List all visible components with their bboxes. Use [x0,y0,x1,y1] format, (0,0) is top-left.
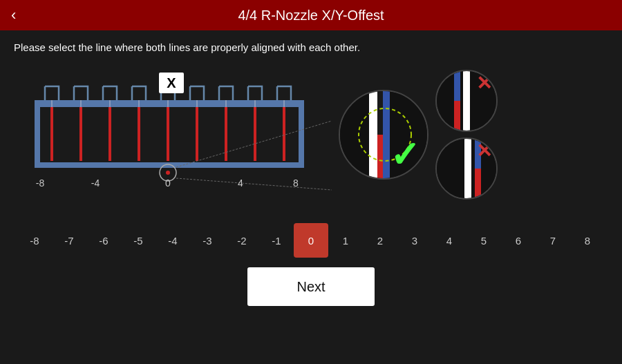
svg-rect-36 [383,90,390,180]
selector-cell--5[interactable]: -5 [121,223,156,258]
selector-cell-0[interactable]: 0 [294,223,328,258]
selector-cell-6[interactable]: 6 [501,223,536,258]
content-area: X -8 -4 0 4 8 [0,59,622,211]
next-btn-container: Next [0,267,622,306]
svg-rect-0 [35,100,304,107]
svg-rect-3 [299,100,304,168]
svg-rect-2 [35,100,40,168]
svg-text:0: 0 [165,178,171,189]
selector-cell-8[interactable]: 8 [570,223,605,258]
selector-cell--2[interactable]: -2 [225,223,259,258]
svg-text:-4: -4 [91,178,100,189]
correct-circle: ✓ [339,90,428,180]
svg-rect-42 [454,101,460,132]
header-title: 4/4 R-Nozzle X/Y-Offest [238,8,384,23]
header: ‹ 4/4 R-Nozzle X/Y-Offest [0,0,622,30]
calibration-diagram: X -8 -4 0 4 8 [14,66,332,204]
selector-cell--3[interactable]: -3 [190,223,225,258]
wrong-circle-1: ✕ [435,70,498,132]
selector-cell--1[interactable]: -1 [259,223,294,258]
svg-rect-1 [35,162,304,168]
selector-cell--8[interactable]: -8 [17,223,52,258]
selector-cell-2[interactable]: 2 [363,223,397,258]
circles-area: ✓ ✕ [339,70,498,200]
svg-rect-37 [377,135,383,180]
svg-text:X: X [167,75,176,90]
svg-rect-40 [463,70,470,132]
cross-icon-1: ✕ [476,73,492,94]
selector-cell-4[interactable]: 4 [432,223,466,258]
checkmark-icon: ✓ [390,135,420,175]
svg-point-25 [166,171,170,175]
back-button[interactable]: ‹ [11,6,16,24]
wrong-circle-2: ✕ [435,137,498,200]
svg-text:8: 8 [293,178,299,189]
selector-cell-3[interactable]: 3 [397,223,432,258]
selector-row: -8-7-6-5-4-3-2-1012345678 [0,223,622,258]
selector-cell-7[interactable]: 7 [536,223,570,258]
svg-text:4: 4 [238,178,243,189]
svg-rect-44 [464,137,471,200]
cross-icon-2: ✕ [476,140,492,162]
instruction-text: Please select the line where both lines … [0,30,622,59]
selector-cell-5[interactable]: 5 [466,223,501,258]
svg-text:-8: -8 [36,178,45,189]
correct-circle-container: ✓ [339,90,428,180]
selector-cell--4[interactable]: -4 [156,223,190,258]
svg-rect-46 [475,169,481,200]
svg-line-27 [176,178,332,190]
selector-cell-1[interactable]: 1 [328,223,363,258]
next-button[interactable]: Next [247,267,375,306]
selector-cell--7[interactable]: -7 [52,223,86,258]
wrong-circles-group: ✕ ✕ [435,70,498,200]
selector-cell--6[interactable]: -6 [86,223,121,258]
svg-rect-34 [369,90,377,180]
